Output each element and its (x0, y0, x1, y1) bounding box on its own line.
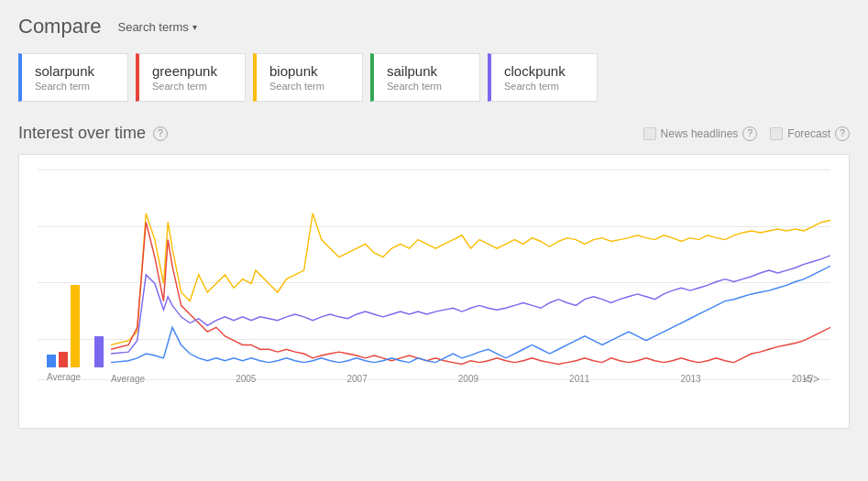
term-name-clockpunk: clockpunk (504, 63, 584, 79)
search-terms-button[interactable]: Search terms ▾ (112, 18, 202, 36)
x-label-3: 2009 (458, 374, 478, 384)
legend-items: News headlines ? Forecast ? (643, 126, 850, 141)
avg-label: Average (47, 372, 81, 382)
section-title-wrap: Interest over time ? (18, 124, 168, 143)
x-label-0: Average (111, 374, 145, 384)
term-type-clockpunk: Search term (504, 81, 584, 92)
x-axis-labels: Average200520072009201120132015 (111, 374, 812, 384)
term-card-biopunk[interactable]: biopunk Search term (253, 53, 363, 102)
legend-label-forecast: Forecast (787, 127, 830, 140)
chart-inner: Average Average200520072009201120132015 … (38, 169, 830, 395)
chart-container: Average Average200520072009201120132015 … (18, 154, 850, 429)
avg-bar-4 (94, 336, 104, 367)
section-title: Interest over time (18, 124, 146, 143)
x-label-1: 2005 (236, 374, 256, 384)
term-card-sailpunk[interactable]: sailpunk Search term (370, 53, 480, 102)
legend-label-news-headlines: News headlines (661, 127, 739, 140)
biopunk-line (111, 213, 830, 345)
greenpunk-line (111, 222, 830, 364)
avg-bar-2 (71, 285, 80, 367)
legend-item-forecast[interactable]: Forecast ? (770, 126, 850, 141)
term-cards-container: solarpunk Search term greenpunk Search t… (18, 53, 850, 102)
search-terms-label: Search terms (117, 20, 188, 34)
term-card-solarpunk[interactable]: solarpunk Search term (18, 53, 128, 102)
term-card-greenpunk[interactable]: greenpunk Search term (136, 53, 246, 102)
term-card-clockpunk[interactable]: clockpunk Search term (488, 53, 598, 102)
section-help-icon[interactable]: ? (153, 126, 168, 141)
term-name-greenpunk: greenpunk (152, 63, 232, 79)
page-header: Compare Search terms ▾ (18, 15, 850, 38)
embed-icon[interactable]: </> (804, 373, 819, 386)
avg-bar-0 (47, 355, 56, 367)
section-header: Interest over time ? News headlines ? Fo… (18, 124, 850, 143)
term-name-solarpunk: solarpunk (35, 63, 115, 79)
x-label-5: 2013 (680, 374, 700, 384)
legend-help-icon-forecast[interactable]: ? (835, 126, 850, 141)
legend-checkbox-news-headlines (643, 127, 656, 140)
x-label-2: 2007 (346, 374, 367, 384)
x-label-4: 2011 (569, 374, 589, 384)
term-name-biopunk: biopunk (269, 63, 349, 79)
average-bars (47, 257, 104, 367)
term-type-biopunk: Search term (269, 81, 349, 92)
trend-chart-svg (111, 169, 830, 380)
term-type-solarpunk: Search term (35, 81, 115, 92)
clockpunk-line (111, 256, 830, 354)
term-name-sailpunk: sailpunk (387, 63, 467, 79)
term-type-sailpunk: Search term (387, 81, 467, 92)
term-type-greenpunk: Search term (152, 81, 232, 92)
avg-bar-1 (59, 352, 68, 367)
page-title: Compare (18, 15, 101, 38)
dropdown-arrow-icon: ▾ (192, 22, 197, 32)
legend-checkbox-forecast (770, 127, 783, 140)
legend-help-icon-news-headlines[interactable]: ? (742, 126, 757, 141)
legend-item-news-headlines[interactable]: News headlines ? (643, 126, 758, 141)
